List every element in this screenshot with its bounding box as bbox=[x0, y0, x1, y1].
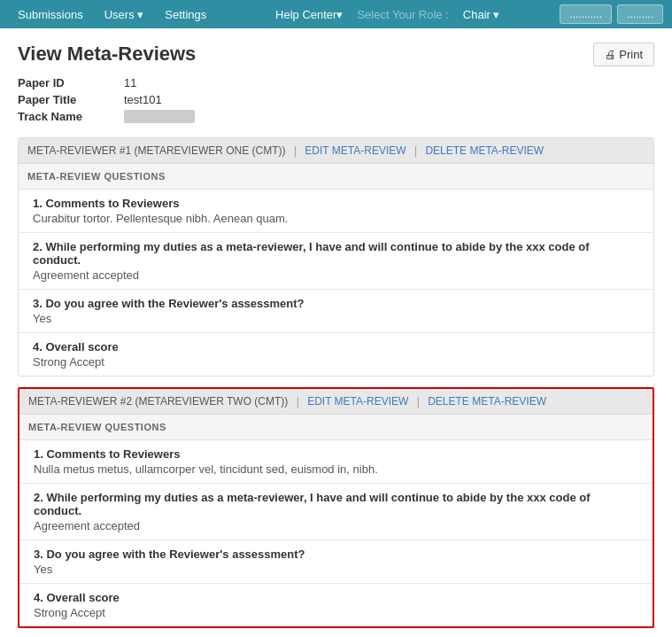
nav-left: Submissions Users ▾ Settings bbox=[9, 3, 215, 27]
page-title: View Meta-Reviews bbox=[18, 43, 654, 66]
question-text-2-1: 2. While performing my duties as a meta-… bbox=[34, 491, 638, 517]
question-text-1-0: 1. Comments to Reviewers bbox=[33, 197, 639, 210]
question-answer-1-3: Strong Accept bbox=[33, 355, 639, 369]
question-item-2-3: 4. Overall scoreStrong Accept bbox=[19, 584, 653, 626]
question-answer-2-3: Strong Accept bbox=[34, 606, 638, 619]
question-item-1-3: 4. Overall scoreStrong Accept bbox=[19, 333, 653, 376]
main-content: 🖨 Print View Meta-Reviews Paper ID 11 Pa… bbox=[0, 28, 672, 637]
reviewer-section-1: META-REVIEWER #1 (METAREVIEWER ONE (CMT)… bbox=[18, 137, 654, 377]
paper-title-value: test101 bbox=[124, 93, 162, 106]
separator-2: | bbox=[297, 395, 302, 408]
reviewer-container: META-REVIEWER #1 (METAREVIEWER ONE (CMT)… bbox=[18, 137, 654, 637]
reviewer-name-1: META-REVIEWER #1 (METAREVIEWER ONE (CMT)… bbox=[27, 144, 286, 157]
delete-meta-review-1[interactable]: DELETE META-REVIEW bbox=[425, 144, 544, 157]
question-item-2-0: 1. Comments to ReviewersNulla metus metu… bbox=[19, 440, 653, 484]
paper-title-label: Paper Title bbox=[18, 93, 124, 106]
nav-users[interactable]: Users ▾ bbox=[96, 3, 153, 27]
question-item-2-1: 2. While performing my duties as a meta-… bbox=[19, 484, 653, 540]
nav-role-select[interactable]: Chair ▾ bbox=[463, 8, 500, 21]
question-text-1-2: 3. Do you agree with the Reviewer's asse… bbox=[33, 297, 639, 310]
question-answer-2-2: Yes bbox=[34, 563, 638, 576]
paper-title-row: Paper Title test101 bbox=[18, 93, 654, 106]
paper-id-row: Paper ID 11 bbox=[18, 76, 654, 89]
question-text-2-0: 1. Comments to Reviewers bbox=[34, 447, 638, 461]
paper-info: Paper ID 11 Paper Title test101 Track Na… bbox=[18, 76, 654, 123]
question-answer-2-0: Nulla metus metus, ullamcorper vel, tinc… bbox=[34, 462, 638, 476]
question-answer-1-2: Yes bbox=[33, 312, 639, 325]
questions-section-label-1: META-REVIEW QUESTIONS bbox=[19, 164, 653, 190]
nav-btn-2[interactable]: ......... bbox=[617, 4, 663, 24]
nav-submissions[interactable]: Submissions bbox=[9, 3, 92, 27]
track-name-value bbox=[124, 110, 195, 123]
questions-section-label-2: META-REVIEW QUESTIONS bbox=[19, 415, 653, 440]
track-name-row: Track Name bbox=[18, 110, 654, 123]
question-text-1-3: 4. Overall score bbox=[33, 340, 639, 353]
question-item-1-1: 2. While performing my duties as a meta-… bbox=[19, 233, 653, 290]
nav-settings[interactable]: Settings bbox=[156, 3, 215, 27]
question-answer-1-1: Agreement accepted bbox=[33, 268, 639, 282]
nav-help-center[interactable]: Help Center▾ bbox=[275, 8, 343, 21]
print-button[interactable]: 🖨 Print bbox=[593, 43, 654, 66]
delete-meta-review-2[interactable]: DELETE META-REVIEW bbox=[428, 395, 546, 408]
reviewer-name-2: META-REVIEWER #2 (METAREVIEWER TWO (CMT)… bbox=[28, 395, 288, 408]
question-answer-2-1: Agreement accepted bbox=[34, 519, 638, 532]
reviewer-section-2: META-REVIEWER #2 (METAREVIEWER TWO (CMT)… bbox=[18, 387, 654, 628]
question-list-2: 1. Comments to ReviewersNulla metus metu… bbox=[19, 440, 653, 626]
paper-id-value: 11 bbox=[124, 76, 136, 89]
edit-meta-review-2[interactable]: EDIT META-REVIEW bbox=[307, 395, 408, 408]
reviewer-header-2: META-REVIEWER #2 (METAREVIEWER TWO (CMT)… bbox=[19, 389, 653, 415]
reviewer-header-1: META-REVIEWER #1 (METAREVIEWER ONE (CMT)… bbox=[19, 138, 653, 164]
navbar: Submissions Users ▾ Settings Help Center… bbox=[0, 0, 672, 28]
question-list-1: 1. Comments to ReviewersCurabitur tortor… bbox=[19, 190, 653, 376]
separator-1: | bbox=[294, 144, 299, 157]
question-text-2-2: 3. Do you agree with the Reviewer's asse… bbox=[34, 548, 638, 561]
separator2-1: | bbox=[414, 144, 420, 157]
paper-id-label: Paper ID bbox=[18, 76, 124, 89]
question-item-2-2: 3. Do you agree with the Reviewer's asse… bbox=[19, 540, 653, 584]
edit-meta-review-1[interactable]: EDIT META-REVIEW bbox=[305, 144, 406, 157]
question-item-1-0: 1. Comments to ReviewersCurabitur tortor… bbox=[19, 190, 653, 233]
nav-right: ........... ......... bbox=[560, 4, 663, 24]
question-text-2-3: 4. Overall score bbox=[34, 591, 638, 604]
track-name-label: Track Name bbox=[18, 110, 124, 123]
question-item-1-2: 3. Do you agree with the Reviewer's asse… bbox=[19, 290, 653, 333]
nav-btn-1[interactable]: ........... bbox=[560, 4, 612, 24]
nav-center: Help Center▾ Select Your Role : Chair ▾ bbox=[215, 8, 560, 21]
question-text-1-1: 2. While performing my duties as a meta-… bbox=[33, 240, 639, 267]
separator2-2: | bbox=[417, 395, 422, 408]
question-answer-1-0: Curabitur tortor. Pellentesque nibh. Aen… bbox=[33, 212, 639, 225]
nav-separator: Select Your Role : bbox=[357, 8, 448, 21]
